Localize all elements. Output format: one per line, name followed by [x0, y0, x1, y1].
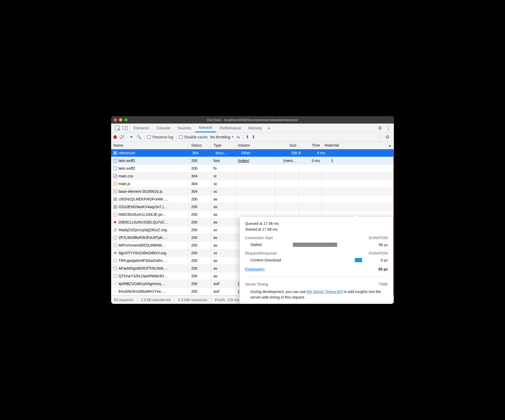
table-row[interactable]: base-element-3018901b.js304sc — [111, 188, 394, 195]
request-size — [275, 188, 299, 195]
table-row[interactable]: reference/304docu…Other296 B8 ms — [111, 149, 394, 157]
initiator-link[interactable]: (index) — [238, 159, 249, 163]
inspect-icon[interactable] — [115, 126, 120, 130]
settings-gear-icon[interactable]: ⚙ — [376, 125, 384, 131]
js-file-icon — [113, 190, 117, 193]
network-toolbar: ⏷ 🔍 Preserve log Disable cache No thrott… — [111, 133, 394, 142]
request-name: 9gzXiTYY0nZzBxGI6KrV.svg — [119, 251, 166, 255]
request-waterfall — [322, 188, 394, 195]
server-timing-text: During development, you can use the Serv… — [245, 289, 388, 300]
tab-performance[interactable]: Performance — [216, 124, 245, 132]
network-conditions-icon[interactable]: ⇆ — [237, 135, 240, 139]
request-initiator — [236, 188, 275, 195]
img-file-icon — [113, 197, 117, 201]
table-row[interactable]: main.js304sc — [111, 180, 394, 188]
search-icon[interactable]: 🔍 — [136, 134, 142, 139]
request-waterfall — [322, 195, 394, 203]
request-type: sv — [211, 249, 236, 257]
em-file-icon — [113, 274, 117, 278]
tab-network[interactable]: Network — [195, 124, 216, 132]
chevron-down-icon: ▼ — [231, 135, 234, 138]
table-row[interactable]: main.css304st — [111, 172, 394, 180]
request-name: MPcVmmemtEEDURBN6l… — [119, 243, 166, 247]
status-resources: 5.3 MB resources — [178, 298, 207, 302]
close-icon[interactable] — [114, 118, 117, 121]
more-tabs-icon[interactable]: » — [265, 126, 272, 130]
col-name[interactable]: Name — [111, 142, 189, 149]
status-requests: 59 requests — [114, 298, 133, 302]
disable-cache-checkbox[interactable]: Disable cache — [179, 135, 208, 139]
col-type[interactable]: Type — [211, 142, 236, 149]
request-type: sc — [211, 180, 236, 187]
font-file-icon: T — [113, 167, 117, 170]
maximize-icon[interactable] — [124, 118, 128, 121]
request-waterfall — [322, 157, 394, 164]
server-timing-api-link[interactable]: the Server Timing API — [307, 290, 342, 294]
checkbox-icon[interactable] — [179, 135, 183, 139]
connection-start-header: Connection Start — [245, 236, 273, 240]
request-size — [275, 195, 299, 203]
import-har-icon[interactable]: ⬆ — [246, 134, 249, 139]
tab-elements[interactable]: Elements — [130, 124, 153, 132]
request-type: av — [211, 265, 236, 272]
request-status: 200 — [189, 195, 211, 203]
request-name: 4pIMBj7zOAk1y5Agmmoj…. — [119, 282, 166, 286]
request-name: TRFujw0pi0nHF3GwDuRn…. — [119, 259, 167, 263]
titlebar: DevTools - localhost:8080/docs/devtools/… — [111, 116, 394, 124]
tab-sources[interactable]: Sources — [174, 124, 195, 132]
stalled-label: Stalled — [245, 243, 293, 247]
em-file-icon — [113, 213, 117, 216]
checkbox-icon[interactable] — [147, 135, 151, 139]
col-waterfall[interactable]: Waterfall ▲ — [322, 142, 394, 149]
request-status: 200 — [189, 234, 211, 241]
col-size[interactable]: Size — [275, 142, 299, 149]
table-row[interactable]: Tlatin.woff2200font(index)(mem…0 ms — [111, 157, 394, 165]
col-time[interactable]: Time — [299, 142, 322, 149]
request-status: 200 — [189, 165, 211, 172]
js-file-icon — [113, 182, 117, 186]
server-timing-header: Server Timing — [245, 282, 268, 286]
preserve-log-checkbox[interactable]: Preserve log — [147, 135, 173, 139]
clear-icon[interactable] — [120, 135, 124, 139]
explanation-link[interactable]: Explanation — [245, 267, 264, 271]
request-name: base-element-3018901b.js — [119, 189, 163, 194]
request-name: lHvzbNUlrm2Mvd4H1Ywc…. — [119, 289, 166, 294]
request-size — [275, 180, 299, 187]
devtools-window: DevTools - localhost:8080/docs/devtools/… — [111, 116, 394, 304]
request-time — [299, 203, 322, 211]
col-initiator[interactable]: Initiator — [236, 142, 275, 149]
request-waterfall — [322, 165, 394, 172]
request-name: QTDnaY32hLDipeRW8e3O… — [119, 274, 168, 278]
request-type: avif — [211, 280, 236, 287]
preserve-log-label: Preserve log — [153, 135, 173, 139]
throttling-select[interactable]: No throttling ▼ — [210, 135, 234, 139]
request-type: av — [211, 211, 236, 218]
network-settings-gear-icon[interactable]: ⚙ — [383, 134, 392, 140]
kebab-menu-icon[interactable]: ⋮ — [384, 125, 392, 131]
request-name: 20E6CLcSzNV2GELQu7oC… — [119, 220, 168, 224]
device-toggle-icon[interactable] — [122, 126, 128, 130]
tab-console[interactable]: Console — [153, 124, 174, 132]
table-row[interactable]: O2sIJEHG9avKV4aqzSx7.j…200av — [111, 203, 394, 211]
gear-file-icon: ⚙ — [113, 251, 117, 255]
record-icon[interactable] — [113, 135, 117, 139]
sort-asc-icon: ▲ — [388, 143, 392, 147]
css-file-icon — [113, 174, 117, 178]
request-initiator — [236, 180, 275, 187]
table-row[interactable]: Tlatin.woff2200fo — [111, 165, 394, 172]
tab-memory[interactable]: Memory — [245, 124, 266, 132]
queued-label: Queued at 17.98 ms — [245, 221, 388, 226]
col-status[interactable]: Status — [189, 142, 211, 149]
table-row[interactable]: U5OHzQL4tEKFr6OFIxWK….200av — [111, 195, 394, 203]
request-name: main.js — [119, 182, 130, 186]
request-size: 296 B — [279, 149, 303, 157]
filter-icon[interactable]: ⏷ — [129, 135, 134, 139]
export-har-icon[interactable]: ⬇ — [252, 134, 255, 139]
request-type: av — [211, 257, 236, 264]
request-status: 200 — [189, 257, 211, 264]
av-file-icon: ▫ — [113, 290, 117, 293]
ban-file-icon — [113, 228, 117, 232]
request-initiator — [236, 165, 275, 172]
minimize-icon[interactable] — [119, 118, 122, 121]
request-size — [275, 172, 299, 180]
